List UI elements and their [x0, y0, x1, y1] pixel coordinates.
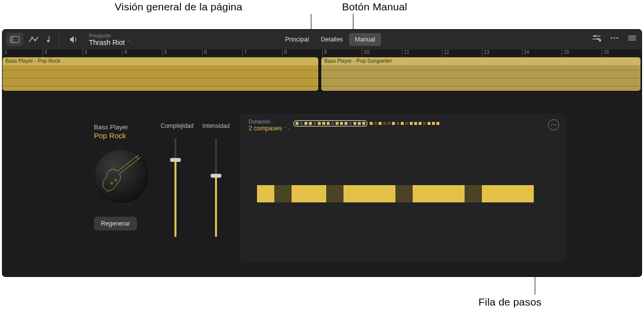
- ruler-tick: 1: [2, 49, 7, 57]
- overview-step-dot: [405, 122, 408, 125]
- step-cell[interactable]: [257, 185, 274, 202]
- overview-step-dot: [309, 122, 312, 125]
- region-pop-songwriter[interactable]: Bass Player - Pop Songwriter: [321, 57, 641, 91]
- page-overview[interactable]: [294, 121, 441, 126]
- step-cell[interactable]: [326, 185, 343, 202]
- list-icon: [628, 35, 637, 41]
- overview-step-dot: [379, 122, 382, 125]
- overview-step-dot: [322, 122, 325, 125]
- step-cell[interactable]: [361, 185, 378, 202]
- svg-point-18: [115, 179, 117, 181]
- step-cell[interactable]: [413, 185, 430, 202]
- bass-guitar-icon: [98, 153, 145, 200]
- ruler-tick: 14: [522, 49, 529, 57]
- inspector-toggle-button[interactable]: [6, 33, 23, 46]
- ruler-tick: 9: [322, 49, 327, 57]
- step-cell[interactable]: [516, 185, 534, 202]
- overview-step-dot: [432, 122, 435, 125]
- panel-more-button[interactable]: ⋯: [548, 119, 559, 130]
- overview-page[interactable]: [294, 121, 367, 126]
- overview-step-dot: [304, 122, 307, 125]
- automation-button[interactable]: [26, 33, 41, 46]
- region-pop-rock[interactable]: Bass Player - Pop Rock: [2, 57, 318, 91]
- svg-point-11: [616, 37, 618, 39]
- overview-step-dot: [414, 122, 417, 125]
- speaker-icon: [69, 36, 78, 43]
- intensity-slider-block: Intensidad: [201, 122, 231, 237]
- svg-point-6: [594, 35, 596, 37]
- settings-button[interactable]: [591, 33, 602, 43]
- svg-point-10: [613, 37, 615, 39]
- ruler-tick: 11: [402, 49, 409, 57]
- overview-step-dot: [396, 122, 399, 125]
- bar-ruler[interactable]: 12345678910111213141516: [2, 49, 642, 58]
- step-cell[interactable]: [292, 185, 309, 202]
- volume-button[interactable]: [67, 33, 80, 46]
- tab-principal[interactable]: Principal: [279, 33, 315, 46]
- callout-manual: Botón Manual: [342, 1, 407, 13]
- overview-step-dot: [327, 122, 330, 125]
- ruler-tick: 6: [202, 49, 207, 57]
- step-cell[interactable]: [482, 185, 499, 202]
- overview-step-dot: [349, 122, 352, 125]
- toolbar: Preajuste Thrash Riot⌃⌄ Principal Detall…: [2, 30, 642, 49]
- preset-value: Thrash Riot: [89, 39, 125, 46]
- intensity-slider[interactable]: [215, 138, 217, 237]
- complexity-label: Complejidad: [161, 122, 190, 129]
- step-cell[interactable]: [465, 185, 482, 202]
- automation-icon: [29, 36, 39, 43]
- overview-step-dot: [362, 122, 365, 125]
- list-button[interactable]: [627, 33, 638, 43]
- note-icon: [47, 36, 51, 43]
- overview-step-dot: [387, 122, 390, 125]
- ruler-tick: 7: [242, 49, 247, 57]
- overview-step-dot: [358, 122, 361, 125]
- view-tabs: Principal Detalles Manual: [279, 33, 381, 46]
- more-button[interactable]: [609, 33, 620, 43]
- step-cell[interactable]: [447, 185, 465, 202]
- overview-step-dot: [423, 122, 426, 125]
- more-icon: [610, 37, 619, 39]
- preset-label: Preajuste: [89, 33, 134, 39]
- slider-thumb[interactable]: [170, 158, 181, 162]
- overview-step-dot: [383, 122, 386, 125]
- tab-manual[interactable]: Manual: [349, 33, 381, 46]
- divider: [59, 34, 59, 45]
- editor-window: Preajuste Thrash Riot⌃⌄ Principal Detall…: [2, 30, 642, 276]
- ruler-tick: 16: [601, 49, 609, 57]
- overview-step-dot: [374, 122, 377, 125]
- ruler-tick: 3: [83, 49, 87, 57]
- player-avatar[interactable]: [94, 149, 148, 203]
- overview-page[interactable]: [368, 121, 441, 126]
- svg-line-15: [135, 155, 139, 157]
- step-cell[interactable]: [378, 185, 395, 202]
- step-cell[interactable]: [309, 185, 326, 202]
- step-cell[interactable]: [395, 185, 413, 202]
- overview-step-dot: [313, 122, 316, 125]
- overview-step-dot: [344, 122, 347, 125]
- svg-point-17: [111, 182, 113, 184]
- step-cell[interactable]: [343, 185, 361, 202]
- duration-selector[interactable]: 2 compases⌃⌄: [249, 125, 291, 132]
- overview-step-dot: [370, 122, 373, 125]
- ruler-tick: 12: [442, 49, 449, 57]
- catch-button[interactable]: [44, 33, 54, 46]
- step-cell[interactable]: [430, 185, 447, 202]
- region-title: Bass Player - Pop Songwriter: [321, 57, 641, 66]
- step-cell[interactable]: [274, 185, 292, 202]
- tab-detalles[interactable]: Detalles: [315, 33, 349, 46]
- step-cell[interactable]: [499, 185, 516, 202]
- svg-rect-1: [11, 37, 14, 43]
- complexity-slider[interactable]: [174, 138, 176, 237]
- slider-thumb[interactable]: [211, 174, 221, 178]
- regenerate-button[interactable]: Regenerar: [94, 217, 137, 231]
- ruler-tick: 13: [482, 49, 489, 57]
- preset-selector[interactable]: Preajuste Thrash Riot⌃⌄: [89, 33, 134, 46]
- region-title: Bass Player - Pop Rock: [2, 57, 318, 66]
- intensity-label: Intensidad: [201, 122, 231, 129]
- region-lane: Bass Player - Pop Rock Bass Player - Pop…: [2, 57, 642, 92]
- panel-icon: [10, 36, 19, 43]
- overview-step-dot: [300, 122, 303, 125]
- callout-steprow: Fila de pasos: [478, 296, 542, 308]
- ruler-tick: 4: [122, 49, 127, 57]
